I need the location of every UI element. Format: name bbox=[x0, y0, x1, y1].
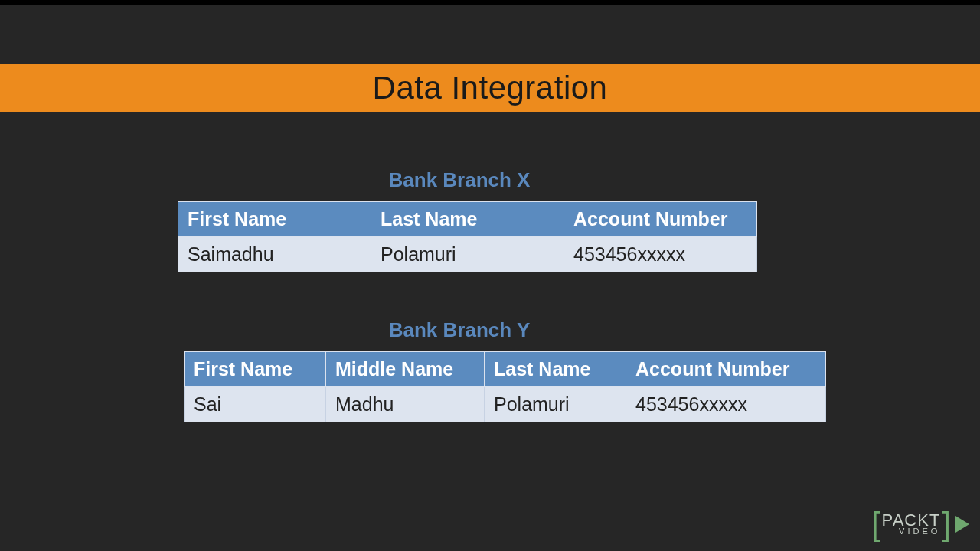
branch-x-table: First Name Last Name Account Number Saim… bbox=[178, 201, 757, 272]
top-black-strip bbox=[0, 0, 980, 5]
cell-last-name: Polamuri bbox=[371, 237, 564, 272]
logo-sub: VIDEO bbox=[899, 527, 940, 535]
table-row: Sai Madhu Polamuri 453456xxxxx bbox=[185, 387, 826, 422]
table-header-row: First Name Last Name Account Number bbox=[178, 202, 757, 237]
cell-last-name: Polamuri bbox=[485, 387, 626, 422]
branch-x-section: Bank Branch X First Name Last Name Accou… bbox=[178, 168, 756, 272]
branch-y-section: Bank Branch Y First Name Middle Name Las… bbox=[184, 318, 827, 422]
branch-x-caption: Bank Branch X bbox=[170, 168, 749, 192]
col-account-number: Account Number bbox=[564, 202, 757, 237]
packt-logo: [ PACKT VIDEO ] bbox=[871, 508, 969, 540]
col-account-number: Account Number bbox=[626, 352, 826, 387]
page-title: Data Integration bbox=[373, 70, 608, 106]
play-icon bbox=[956, 516, 969, 533]
cell-account-number: 453456xxxxx bbox=[564, 237, 757, 272]
cell-first-name: Sai bbox=[185, 387, 326, 422]
col-last-name: Last Name bbox=[485, 352, 626, 387]
table-row: Saimadhu Polamuri 453456xxxxx bbox=[178, 237, 757, 272]
cell-account-number: 453456xxxxx bbox=[626, 387, 826, 422]
title-bar: Data Integration bbox=[0, 64, 980, 112]
col-first-name: First Name bbox=[185, 352, 326, 387]
col-first-name: First Name bbox=[178, 202, 371, 237]
table-header-row: First Name Middle Name Last Name Account… bbox=[185, 352, 826, 387]
branch-y-caption: Bank Branch Y bbox=[138, 318, 781, 342]
col-last-name: Last Name bbox=[371, 202, 564, 237]
content-area: Bank Branch X First Name Last Name Accou… bbox=[0, 122, 980, 422]
bracket-left-icon: [ bbox=[871, 508, 880, 540]
logo-text: PACKT VIDEO bbox=[882, 513, 941, 535]
col-middle-name: Middle Name bbox=[326, 352, 485, 387]
branch-y-table: First Name Middle Name Last Name Account… bbox=[184, 351, 826, 422]
cell-middle-name: Madhu bbox=[326, 387, 485, 422]
bracket-right-icon: ] bbox=[942, 508, 951, 540]
cell-first-name: Saimadhu bbox=[178, 237, 371, 272]
